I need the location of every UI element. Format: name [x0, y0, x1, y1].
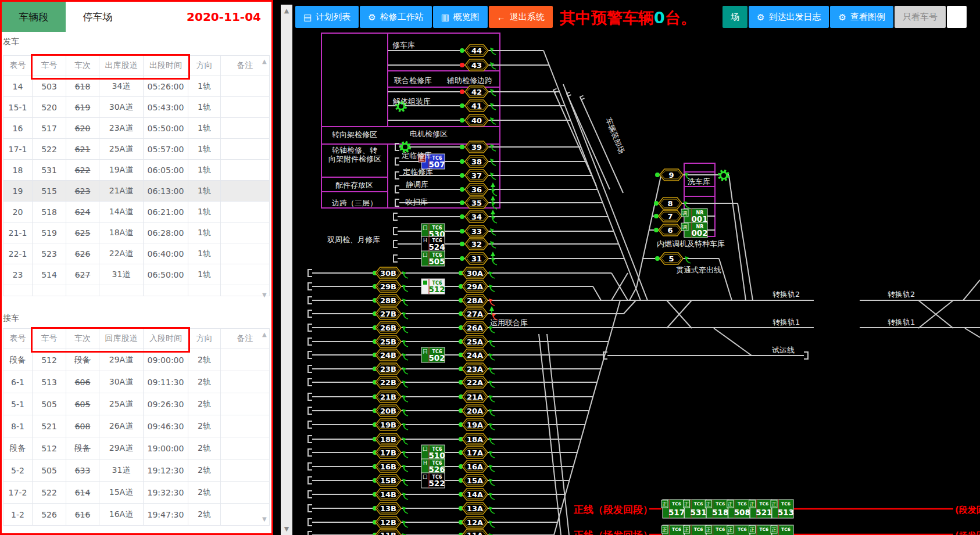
scroll-down-icon[interactable]: ▼: [281, 525, 292, 533]
diagram-label: 贯通式牵出线: [676, 265, 721, 274]
diagram-label: 33: [471, 227, 482, 236]
track-status-dot: [460, 229, 464, 234]
button-到达出发日志[interactable]: ⚙到达出发日志: [749, 6, 829, 28]
table-cell: 606: [66, 371, 99, 393]
table-row[interactable]: 6-151360630A道09:11:302轨: [3, 371, 270, 393]
train-box-symbol: H: [423, 238, 427, 243]
table-cell: 522: [33, 139, 66, 160]
table-cell: 30A道: [99, 97, 144, 118]
table-row[interactable]: 1951562321A道06:13:001轨: [3, 181, 270, 202]
diagram-label: TC6: [759, 527, 768, 532]
diagram-label: TC6: [738, 501, 747, 507]
table-cell: 09:46:30: [144, 415, 188, 437]
diagram-label: TC6: [716, 527, 725, 532]
button-计划列表[interactable]: ▤计划列表: [295, 6, 359, 28]
table-row[interactable]: 5-250563331道19:12:302轨: [3, 459, 270, 482]
table-cell: 522: [33, 482, 66, 504]
track-status-dot: [654, 201, 659, 206]
diagram-label: 44: [471, 46, 482, 55]
button-场[interactable]: 场: [723, 6, 747, 28]
table-cell: 09:26:30: [144, 393, 188, 415]
date-label: 2020-11-04: [187, 10, 261, 24]
table-cell: [221, 482, 270, 504]
diagram-label: 修车库: [392, 41, 415, 49]
table-row[interactable]: 5-150560525A道09:26:302轨: [3, 393, 270, 415]
toolbar-left: ▤计划列表⚙检修工作站▥概览图←退出系统: [295, 6, 553, 28]
diagram-label: 38: [471, 157, 482, 166]
diagram-label: 解体组装库: [392, 97, 431, 106]
table-cell: 618: [66, 76, 99, 97]
table-row[interactable]: 8-152160826A道09:46:302轨: [3, 415, 270, 437]
table-row[interactable]: 1853162219A道06:05:001轨: [3, 160, 270, 181]
table-row[interactable]: 1450361834道05:26:001轨: [3, 76, 270, 97]
table-cell: 09:11:30: [144, 371, 188, 393]
table-cell: 1轨: [188, 243, 221, 264]
table-row[interactable]: 15-152061930A道05:43:001轨: [3, 97, 270, 118]
table-row[interactable]: 17-252261415A道19:32:302轨: [3, 482, 270, 504]
panel-scrollbar[interactable]: ▲ ▼: [281, 5, 292, 535]
button-只看车号[interactable]: 只看车号: [895, 6, 946, 28]
tab-车辆段[interactable]: 车辆段: [2, 2, 66, 32]
diagram-label: 转换轨1: [772, 318, 800, 326]
diagram-label: 30A: [467, 269, 483, 278]
diagram-label: 42: [471, 88, 482, 96]
table-cell: [221, 139, 270, 160]
table-cell: [221, 160, 270, 181]
table-cell: 2轨: [188, 349, 221, 371]
diagram-label: 21A: [467, 393, 483, 401]
table-cell: 515: [33, 181, 66, 202]
diagram-label: 25A: [467, 337, 483, 346]
table-cell: 15A道: [99, 482, 144, 504]
diagram-label: 28A: [467, 296, 483, 305]
table-cell: 06:40:00: [144, 243, 188, 264]
column-header: 表号: [3, 329, 33, 349]
diagram-label: 41: [471, 102, 482, 110]
table-row[interactable]: 22-152362622A道06:40:001轨: [3, 243, 270, 264]
button-检修工作站[interactable]: ⚙检修工作站: [360, 6, 431, 28]
table-row[interactable]: 21-151962518A道06:28:001轨: [3, 222, 270, 243]
diagram-label: TC6: [738, 527, 747, 532]
arrival-scroll-up[interactable]: ▲: [262, 332, 267, 337]
arrival-section-label: 接车: [3, 313, 19, 324]
diagram-label: TC6: [781, 501, 791, 507]
table-row[interactable]: 1-252661616A道19:47:302轨: [3, 504, 270, 526]
button-概览图[interactable]: ▥概览图: [433, 6, 488, 28]
table-row[interactable]: 2051862414A道06:21:001轨: [3, 202, 270, 222]
train-box-symbol: 日: [423, 349, 428, 354]
table-row[interactable]: 2351462731道06:50:001轨: [3, 264, 270, 285]
table-row[interactable]: 段备512段备29A道19:00:002轨: [3, 437, 270, 459]
table-row[interactable]: 1651762023A道05:50:001轨: [3, 118, 270, 139]
table-cell: 518: [33, 202, 66, 222]
table-cell: 06:28:00: [144, 222, 188, 243]
table-cell: [221, 264, 270, 285]
table-row[interactable]: 段备512段备29A道09:00:002轨: [3, 349, 270, 371]
diagram-label: 16B: [380, 462, 396, 471]
diagram-label: 24B: [380, 351, 396, 360]
diagram-label: 11B: [380, 531, 396, 535]
train-box-symbol: H: [423, 460, 427, 466]
table-cell: 616: [66, 504, 99, 526]
table-cell: 626: [66, 243, 99, 264]
table-cell: 1轨: [188, 181, 221, 202]
diagram-label: 31: [471, 254, 482, 263]
button-查看图例[interactable]: ⚙查看图例: [830, 6, 893, 28]
table-cell: 1轨: [188, 222, 221, 243]
diagram-label: 正: [771, 527, 777, 533]
arrival-scroll-down[interactable]: ▼: [262, 516, 267, 522]
diagram-label: 电机检修区: [410, 130, 448, 138]
blank-toggle[interactable]: [947, 6, 967, 28]
diagram-label: 505: [428, 257, 445, 266]
document-icon: ▤: [303, 13, 312, 21]
diagram-label: 20A: [467, 407, 483, 415]
column-header: 入段时间: [144, 329, 188, 349]
column-header: 出段时间: [144, 56, 188, 76]
table-row[interactable]: 17-152262125A道05:57:001轨: [3, 139, 270, 160]
table-cell: 526: [33, 504, 66, 526]
tab-停车场[interactable]: 停车场: [66, 2, 130, 32]
departure-scroll-up[interactable]: ▲: [262, 59, 267, 64]
button-退出系统[interactable]: ←退出系统: [489, 6, 553, 28]
scroll-up-icon[interactable]: ▲: [281, 7, 292, 15]
diagram-label: 正: [728, 527, 733, 533]
diagram-label: TC6: [672, 527, 681, 532]
departure-scroll-down[interactable]: ▼: [262, 292, 267, 298]
